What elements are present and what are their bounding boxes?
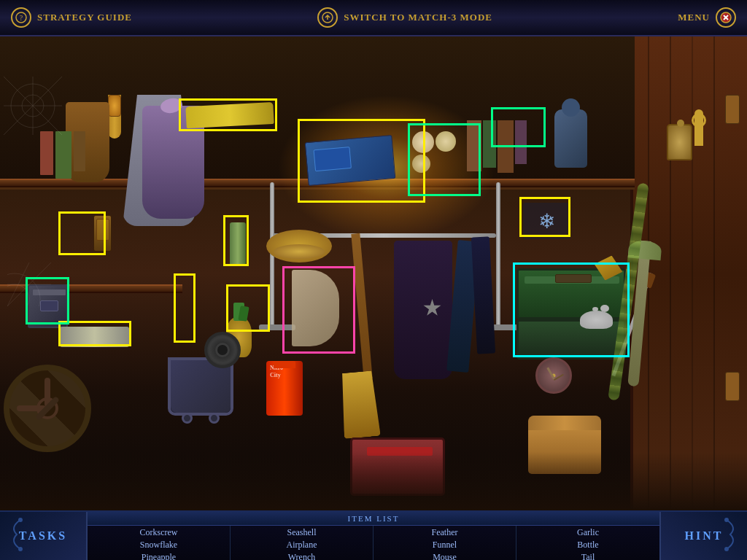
item-mouse[interactable]: Mouse <box>433 552 457 560</box>
item-bottle[interactable]: Bottle <box>577 540 598 551</box>
item-column-3: Feather Funnel Mouse <box>374 526 516 560</box>
header-bar: ? STRATEGY GUIDE SWITCH TO MATCH-3 MODE … <box>0 0 747 36</box>
item-list-header: ITEM LIST <box>88 512 659 526</box>
tasks-label: TASKS <box>19 529 67 542</box>
shelf-yellow-item <box>185 102 274 128</box>
game-wrapper: ? STRATEGY GUIDE SWITCH TO MATCH-3 MODE … <box>0 0 747 560</box>
shelf-blue-items <box>305 135 396 186</box>
item-airplane[interactable]: Airplane <box>287 540 317 551</box>
mouse-on-suitcase <box>580 311 613 329</box>
svg-point-17 <box>18 518 23 522</box>
strategy-guide-button[interactable]: STRATEGY GUIDE <box>37 12 132 23</box>
svg-point-19 <box>724 518 729 522</box>
switch-mode-button[interactable]: SWITCH TO MATCH-3 MODE <box>344 12 492 23</box>
hint-button[interactable]: HINT <box>659 512 747 560</box>
svg-text:?: ? <box>20 14 23 22</box>
feather-item <box>292 270 339 346</box>
menu-icon <box>716 7 736 28</box>
item-feather[interactable]: Feather <box>432 527 458 538</box>
svg-point-20 <box>724 547 729 551</box>
header-center: SWITCH TO MATCH-3 MODE <box>317 7 492 28</box>
dark-coat <box>394 241 452 379</box>
straw-hat <box>266 230 332 262</box>
gas-can: NitroCity <box>266 361 303 416</box>
wall-clock <box>535 357 572 394</box>
shelf-bottle-tall <box>230 222 246 266</box>
header-right: MENU <box>678 7 736 28</box>
hanging-lamp <box>108 95 121 139</box>
spider-web-topleft <box>4 77 62 135</box>
hint-label: HINT <box>685 529 724 542</box>
electric-fan <box>4 365 91 452</box>
item-garlic[interactable]: Garlic <box>577 527 599 538</box>
menu-button[interactable]: MENU <box>678 12 710 23</box>
yellow-stripe-item <box>60 327 129 347</box>
cobweb-left <box>7 262 51 309</box>
film-reel <box>204 332 241 368</box>
game-area[interactable]: ❄ <box>0 36 747 510</box>
item-wrench[interactable]: Wrench <box>288 552 316 560</box>
key-wall <box>694 109 703 146</box>
shelf-bird-figure <box>554 109 587 168</box>
rack-base <box>259 324 295 330</box>
item-list-panel: ITEM LIST Corkscrew Snowflake Pineapple … <box>88 512 659 560</box>
item-tail[interactable]: Tail <box>581 552 595 560</box>
suitcase-green-bottom <box>516 319 626 359</box>
item-funnel[interactable]: Funnel <box>433 540 457 551</box>
item-corkscrew[interactable]: Corkscrew <box>140 527 178 538</box>
bottom-hud: TASKS ITEM LIST Corkscrew Snowflake Pine… <box>0 510 747 560</box>
header-left: ? STRATEGY GUIDE <box>11 7 132 28</box>
item-column-4: Garlic Bottle Tail <box>516 526 659 560</box>
strategy-guide-icon: ? <box>11 7 31 28</box>
snowflake-symbol: ❄ <box>538 209 555 233</box>
shelf-books-right <box>467 120 527 173</box>
item-column-2: Seashell Airplane Wrench <box>231 526 374 560</box>
switch-mode-icon <box>317 7 338 28</box>
item-snowflake[interactable]: Snowflake <box>140 540 177 551</box>
item-list-grid: Corkscrew Snowflake Pineapple Seashell A… <box>88 526 659 560</box>
floor-surface <box>0 452 747 510</box>
item-column-1: Corkscrew Snowflake Pineapple <box>88 526 231 560</box>
item-seashell[interactable]: Seashell <box>287 527 317 538</box>
shelf-round-items <box>412 131 460 190</box>
wall-lantern <box>93 215 112 252</box>
snowflake-decor: ❄ <box>523 203 570 239</box>
rack-pole-right <box>496 182 500 328</box>
scale-weight <box>667 124 692 160</box>
tasks-button[interactable]: TASKS <box>0 512 88 560</box>
item-pineapple[interactable]: Pineapple <box>142 552 176 560</box>
svg-point-18 <box>18 547 23 551</box>
shelf-books-left <box>40 131 85 179</box>
